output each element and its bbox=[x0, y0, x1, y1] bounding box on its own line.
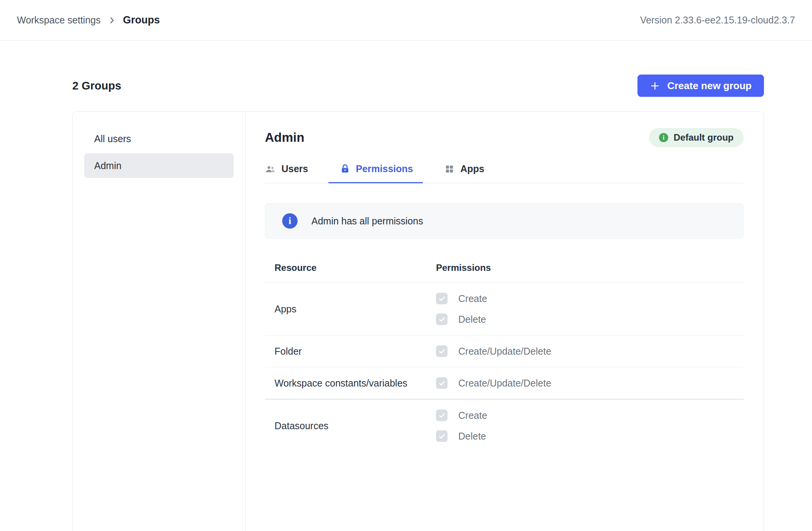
permission-option: Create bbox=[436, 410, 487, 421]
top-bar: Workspace settings Groups Version 2.33.6… bbox=[0, 0, 812, 41]
permission-option: Create bbox=[436, 293, 487, 304]
resource-label: Datasources bbox=[275, 420, 436, 431]
permissions-table: Resource Permissions Apps Create bbox=[265, 262, 744, 452]
breadcrumb: Workspace settings Groups bbox=[17, 14, 160, 26]
group-title: Admin bbox=[265, 130, 304, 145]
permissions-info-text: Admin has all permissions bbox=[311, 216, 423, 227]
checkbox-checked[interactable] bbox=[436, 377, 448, 389]
group-item-all-users[interactable]: All users bbox=[84, 126, 234, 151]
lock-icon bbox=[340, 164, 350, 174]
permission-option: Delete bbox=[436, 314, 487, 325]
breadcrumb-workspace-settings[interactable]: Workspace settings bbox=[17, 15, 101, 26]
default-group-badge-label: Default group bbox=[674, 132, 734, 143]
permission-label: Create bbox=[458, 410, 487, 421]
groups-card: All users Admin Admin i Default group bbox=[72, 111, 764, 531]
permission-option: Delete bbox=[436, 430, 487, 442]
apps-grid-icon bbox=[444, 164, 454, 174]
table-row: Datasources Create Delete bbox=[265, 400, 744, 452]
permission-label: Create/Update/Delete bbox=[458, 346, 551, 357]
tab-users[interactable]: Users bbox=[265, 163, 308, 183]
version-label: Version 2.33.6-ee2.15.19-cloud2.3.7 bbox=[640, 15, 795, 26]
group-item-label: Admin bbox=[94, 160, 121, 171]
tab-apps-label: Apps bbox=[460, 163, 484, 174]
checkbox-checked[interactable] bbox=[436, 345, 448, 357]
table-row: Folder Create/Update/Delete bbox=[265, 335, 744, 367]
breadcrumb-groups: Groups bbox=[123, 14, 160, 26]
tab-permissions[interactable]: Permissions bbox=[340, 163, 413, 183]
info-icon: i bbox=[282, 213, 298, 229]
resource-label: Folder bbox=[275, 346, 436, 357]
resource-label: Apps bbox=[275, 304, 436, 315]
group-list-panel: All users Admin bbox=[73, 112, 246, 531]
table-row: Workspace constants/variables Create/Upd… bbox=[265, 367, 744, 400]
column-header-permissions: Permissions bbox=[436, 262, 491, 273]
users-icon bbox=[265, 164, 276, 174]
group-tabs: Users Permissions bbox=[265, 163, 744, 183]
info-icon: i bbox=[659, 133, 668, 142]
checkbox-checked[interactable] bbox=[436, 430, 448, 442]
column-header-resource: Resource bbox=[275, 262, 436, 273]
create-new-group-label: Create new group bbox=[667, 80, 752, 92]
permissions-info-banner: i Admin has all permissions bbox=[265, 203, 744, 239]
checkbox-checked[interactable] bbox=[436, 314, 448, 325]
group-item-admin[interactable]: Admin bbox=[84, 153, 234, 178]
permission-label: Delete bbox=[458, 431, 486, 442]
permission-label: Create bbox=[458, 293, 487, 304]
main-content: 2 Groups Create new group All users Admi… bbox=[72, 75, 764, 531]
group-header: Admin i Default group bbox=[265, 128, 744, 147]
tab-apps[interactable]: Apps bbox=[444, 163, 484, 183]
create-new-group-button[interactable]: Create new group bbox=[637, 75, 764, 97]
permission-label: Delete bbox=[458, 314, 486, 325]
table-header-row: Resource Permissions bbox=[265, 262, 744, 283]
tab-users-label: Users bbox=[281, 163, 308, 174]
resource-label: Workspace constants/variables bbox=[275, 378, 436, 389]
checkbox-checked[interactable] bbox=[436, 410, 448, 421]
chevron-right-icon bbox=[108, 16, 116, 25]
permission-label: Create/Update/Delete bbox=[458, 378, 551, 389]
default-group-badge: i Default group bbox=[649, 128, 744, 147]
group-detail-panel: Admin i Default group bbox=[246, 112, 764, 531]
permission-option: Create/Update/Delete bbox=[436, 345, 551, 357]
group-item-label: All users bbox=[94, 133, 131, 144]
permission-option: Create/Update/Delete bbox=[436, 377, 551, 389]
table-row: Apps Create Delete bbox=[265, 283, 744, 335]
plus-icon bbox=[650, 81, 660, 91]
groups-toolbar: 2 Groups Create new group bbox=[72, 75, 764, 97]
checkbox-checked[interactable] bbox=[436, 293, 448, 304]
groups-count: 2 Groups bbox=[72, 80, 121, 92]
tab-permissions-label: Permissions bbox=[356, 163, 413, 174]
